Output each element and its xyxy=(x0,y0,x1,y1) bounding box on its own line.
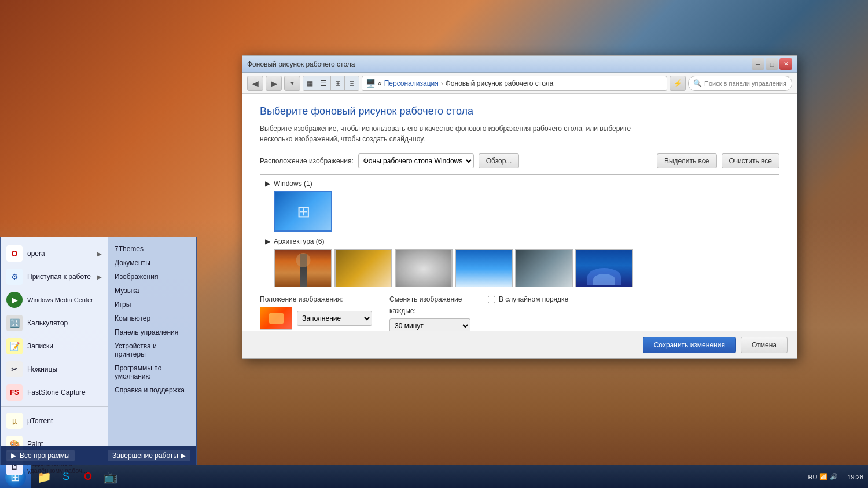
thumbnail-windows[interactable] xyxy=(274,191,332,232)
random-label[interactable]: В случайном порядке xyxy=(499,295,568,303)
thumbnail-arch-5[interactable] xyxy=(515,249,573,287)
time-display: 19:28 xyxy=(847,474,863,480)
arch-grid xyxy=(274,249,774,287)
image-location-row: Расположение изображения: Фоны рабочего … xyxy=(260,153,779,168)
shutdown-button[interactable]: Завершение работы ▶ xyxy=(108,450,190,461)
view-btn-4[interactable]: ⊟ xyxy=(345,76,359,90)
minimize-button[interactable]: ─ xyxy=(752,58,764,70)
taskbar-sound-icon: 🔊 xyxy=(830,473,838,480)
window-titlebar: Фоновый рисунок рабочего стола ─ □ ✕ xyxy=(242,56,797,73)
opera-label: opera xyxy=(27,249,45,258)
right-item-games[interactable]: Игры xyxy=(108,298,196,311)
thumbnail-arch-2[interactable] xyxy=(334,249,392,287)
window-controls: ─ □ ✕ xyxy=(752,58,792,70)
taskbar-right: RU 📶 🔊 xyxy=(804,473,843,480)
thumbnail-arch-6[interactable] xyxy=(575,249,633,287)
thumb-arch2-bg xyxy=(336,250,391,287)
taskbar-items: 📁 S O 📺 xyxy=(31,465,804,488)
search-box[interactable]: 🔍 xyxy=(688,76,792,91)
position-select[interactable]: Заполнение Вписать Растянуть Замостить П… xyxy=(297,311,372,326)
scissors-label: Ножницы xyxy=(27,365,57,373)
page-title: Выберите фоновый рисунок рабочего стола xyxy=(260,105,779,118)
start-item-opera[interactable]: O opera ▶ xyxy=(1,242,108,265)
right-item-devices[interactable]: Устройства и принтеры xyxy=(108,339,196,361)
right-item-images[interactable]: Изображения xyxy=(108,270,196,284)
back-button[interactable]: ◀ xyxy=(247,76,263,91)
location-select[interactable]: Фоны рабочего стола Windows xyxy=(358,153,474,168)
calc-label: Калькулятор xyxy=(27,319,68,327)
menu-divider xyxy=(1,406,108,407)
wmc-label: Windows Media Center xyxy=(27,296,93,303)
start-item-calc[interactable]: 🔢 Калькулятор xyxy=(1,311,108,335)
view-btn-1[interactable]: ▦ xyxy=(303,76,317,90)
wmc-icon: ▶ xyxy=(6,292,23,308)
view-btn-2[interactable]: ☰ xyxy=(317,76,331,90)
faststone-icon: FS xyxy=(6,384,23,401)
right-item-themes[interactable]: 7Themes xyxy=(108,242,196,256)
start-item-getstarted[interactable]: ⚙ Приступая к работе ▶ xyxy=(1,265,108,288)
all-programs-button[interactable]: ▶ Все программы xyxy=(6,450,75,461)
close-button[interactable]: ✕ xyxy=(779,58,792,70)
docs-label: Документы xyxy=(115,259,150,267)
notes-icon: 📝 xyxy=(6,338,23,354)
position-preview xyxy=(260,307,292,330)
utorrent-label: µTorrent xyxy=(27,417,53,425)
thumbnail-arch-3[interactable] xyxy=(395,249,453,287)
taskbar: ⊞ 📁 S O 📺 RU 📶 🔊 19:28 xyxy=(0,465,868,488)
change-label2: каждые: xyxy=(389,307,470,315)
utorrent-icon: µ xyxy=(6,413,23,429)
right-item-control-panel[interactable]: Панель управления xyxy=(108,325,196,339)
scissors-icon: ✂ xyxy=(6,361,23,377)
dropdown-button[interactable]: ▼ xyxy=(284,76,300,91)
shutdown-arrow: ▶ xyxy=(181,452,186,460)
change-select[interactable]: 30 минут 10 секунд 1 минута 10 минут 1 ч… xyxy=(389,318,470,331)
start-menu-bottom: ▶ Все программы Завершение работы ▶ xyxy=(1,446,196,465)
forward-button[interactable]: ▶ xyxy=(266,76,282,91)
clear-all-button[interactable]: Очистить все xyxy=(722,153,779,168)
view-buttons: ▦ ☰ ⊞ ⊟ xyxy=(303,76,359,91)
opera-arrow: ▶ xyxy=(97,251,102,257)
right-item-music[interactable]: Музыка xyxy=(108,284,196,298)
change-label: Сменять изображение xyxy=(389,295,470,303)
section-windows-label: Windows (1) xyxy=(274,179,312,188)
devices-label: Устройства и принтеры xyxy=(115,342,189,358)
thumbnail-arch-4[interactable] xyxy=(455,249,513,287)
right-item-help[interactable]: Справка и поддержка xyxy=(108,383,196,397)
start-item-wmc[interactable]: ▶ Windows Media Center xyxy=(1,288,108,311)
start-item-scissors[interactable]: ✂ Ножницы xyxy=(1,358,108,381)
thumbnail-arch-1[interactable] xyxy=(274,249,332,287)
search-input[interactable] xyxy=(704,80,787,87)
start-menu-content: O opera ▶ ⚙ Приступая к работе ▶ ▶ Windo… xyxy=(1,237,196,446)
start-item-faststone[interactable]: FS FastStone Capture xyxy=(1,381,108,404)
start-item-notes[interactable]: 📝 Записки xyxy=(1,335,108,358)
cancel-button[interactable]: Отмена xyxy=(741,337,788,353)
section-arch-header[interactable]: ▶ Архитектура (6) xyxy=(265,237,774,245)
computer-label: Компьютер xyxy=(115,314,150,322)
select-all-button[interactable]: Выделить все xyxy=(657,153,717,168)
refresh-button[interactable]: ⚡ xyxy=(670,76,686,91)
position-preview-row: Заполнение Вписать Растянуть Замостить П… xyxy=(260,307,372,330)
section-windows-header[interactable]: ▶ Windows (1) xyxy=(265,179,774,188)
browse-button[interactable]: Обзор... xyxy=(479,153,520,168)
start-menu: O opera ▶ ⚙ Приступая к работе ▶ ▶ Windo… xyxy=(0,237,197,465)
right-item-docs[interactable]: Документы xyxy=(108,256,196,270)
right-item-computer[interactable]: Компьютер xyxy=(108,311,196,325)
window-toolbar: ◀ ▶ ▼ ▦ ☰ ⊞ ⊟ 🖥️ « Персонализация › Фоно… xyxy=(242,73,797,94)
save-button[interactable]: Сохранить изменения xyxy=(643,337,736,353)
start-item-utorrent[interactable]: µ µTorrent xyxy=(1,409,108,432)
thumb-windows-bg xyxy=(275,192,331,230)
thumb-arch4-bg xyxy=(456,250,512,287)
getstarted-arrow: ▶ xyxy=(97,274,102,280)
maximize-button[interactable]: □ xyxy=(766,58,778,70)
random-checkbox[interactable] xyxy=(488,296,495,303)
images-grid-container[interactable]: ▶ Windows (1) ▶ Архитектура (6) xyxy=(260,174,779,287)
desktop: Фоновый рисунок рабочего стола ─ □ ✕ ◀ ▶… xyxy=(0,0,868,488)
breadcrumb-sep: « xyxy=(378,79,382,87)
view-btn-3[interactable]: ⊞ xyxy=(331,76,345,90)
breadcrumb-icon: 🖥️ xyxy=(366,79,376,88)
position-section: Положение изображения: Заполнение Вписат… xyxy=(260,295,372,330)
breadcrumb-personalization[interactable]: Персонализация xyxy=(384,79,439,87)
getstarted-label: Приступая к работе xyxy=(27,273,91,281)
section-windows-arrow: ▶ xyxy=(265,179,270,188)
right-item-defaults[interactable]: Программы по умолчанию xyxy=(108,361,196,383)
